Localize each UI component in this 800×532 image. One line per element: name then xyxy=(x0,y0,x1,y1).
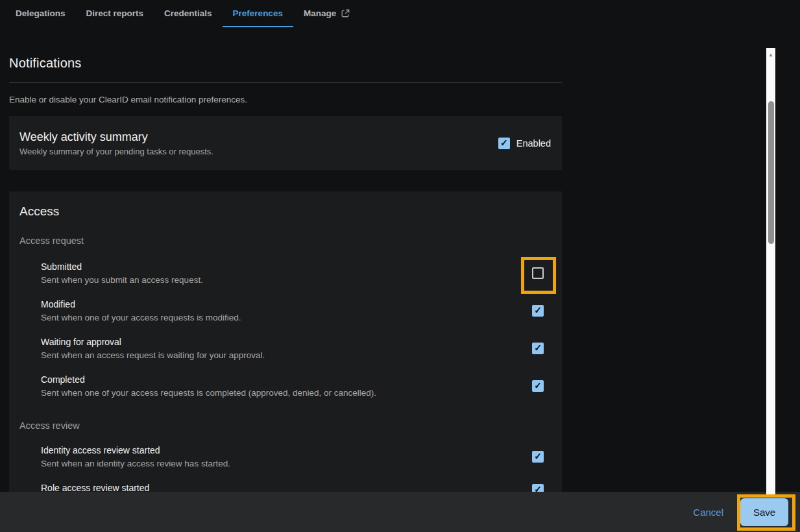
row-modified: Modified Sent when one of your access re… xyxy=(41,299,544,322)
tab-delegations[interactable]: Delegations xyxy=(5,0,76,27)
row-title: Role access review started xyxy=(41,483,149,492)
checkmark-icon: ✓ xyxy=(534,306,542,315)
tab-preferences[interactable]: Preferences xyxy=(223,0,293,27)
external-link-icon xyxy=(341,8,350,18)
scrollbar-thumb[interactable] xyxy=(768,101,774,244)
row-texts: Modified Sent when one of your access re… xyxy=(41,299,241,322)
row-texts: Waiting for approval Sent when an access… xyxy=(41,337,265,360)
weekly-summary-checkbox[interactable]: ✓ xyxy=(498,138,510,149)
triangle-up-icon: ▲ xyxy=(768,52,773,58)
save-button[interactable]: Save xyxy=(740,498,788,526)
checkmark-icon: ✓ xyxy=(534,343,542,352)
tab-label: Credentials xyxy=(164,8,212,18)
scrollbar[interactable]: ▲ xyxy=(766,48,775,494)
checkbox-hover-halo xyxy=(526,261,552,287)
divider xyxy=(9,82,562,83)
row-description: Sent when an access request is waiting f… xyxy=(41,350,265,360)
row-role-access-review-started: Role access review started ✓ xyxy=(41,483,544,492)
row-texts: Role access review started xyxy=(41,483,149,492)
waiting-for-approval-checkbox[interactable]: ✓ xyxy=(532,343,544,354)
tab-label: Delegations xyxy=(16,8,66,18)
footer-bar: Cancel Save xyxy=(0,492,800,532)
weekly-summary-texts: Weekly activity summary Weekly summary o… xyxy=(19,130,498,156)
row-submitted: Submitted Sent when you submit an access… xyxy=(41,261,544,285)
row-waiting-for-approval: Waiting for approval Sent when an access… xyxy=(41,337,544,360)
cancel-button[interactable]: Cancel xyxy=(693,507,723,518)
row-texts: Identity access review started Sent when… xyxy=(41,445,230,468)
tab-label: Manage xyxy=(304,8,336,18)
weekly-summary-description: Weekly summary of your pending tasks or … xyxy=(19,147,498,156)
access-section-title: Access xyxy=(19,204,59,219)
checkmark-icon: ✓ xyxy=(534,381,542,390)
row-texts: Completed Sent when one of your access r… xyxy=(41,374,376,398)
row-description: Sent when an identity access review has … xyxy=(41,459,230,468)
tab-direct-reports[interactable]: Direct reports xyxy=(76,0,154,27)
checkmark-icon: ✓ xyxy=(534,452,542,461)
save-button-wrap: Save xyxy=(736,494,792,530)
weekly-summary-toggle-label: Enabled xyxy=(516,138,551,149)
weekly-summary-card: Weekly activity summary Weekly summary o… xyxy=(9,116,562,170)
access-review-header: Access review xyxy=(19,420,80,431)
row-description: Sent when one of your access requests is… xyxy=(41,313,241,322)
row-identity-access-review-started: Identity access review started Sent when… xyxy=(41,445,544,468)
checkmark-icon: ✓ xyxy=(534,485,542,492)
role-access-review-checkbox[interactable]: ✓ xyxy=(532,484,544,492)
row-completed: Completed Sent when one of your access r… xyxy=(41,374,544,398)
row-title: Identity access review started xyxy=(41,445,230,455)
page-description: Enable or disable your ClearID email not… xyxy=(9,95,247,104)
page-title: Notifications xyxy=(9,56,82,71)
modified-checkbox[interactable]: ✓ xyxy=(532,305,544,317)
row-title: Waiting for approval xyxy=(41,337,265,347)
row-description: Sent when one of your access requests is… xyxy=(41,388,376,398)
tab-manage[interactable]: Manage xyxy=(293,0,361,27)
row-title: Modified xyxy=(41,299,241,309)
weekly-summary-title: Weekly activity summary xyxy=(19,130,498,144)
access-card: Access Access request Submitted Sent whe… xyxy=(9,191,562,492)
scroll-up-button[interactable]: ▲ xyxy=(766,50,775,59)
checkmark-icon: ✓ xyxy=(500,138,508,147)
submitted-checkbox[interactable]: ✓ xyxy=(532,267,544,279)
tab-bar: Delegations Direct reports Credentials P… xyxy=(0,0,800,27)
access-request-header: Access request xyxy=(19,236,84,246)
completed-checkbox[interactable]: ✓ xyxy=(532,380,544,392)
row-texts: Submitted Sent when you submit an access… xyxy=(41,261,203,285)
weekly-summary-toggle-group: ✓ Enabled xyxy=(498,138,551,149)
tab-label: Direct reports xyxy=(86,8,144,18)
tab-credentials[interactable]: Credentials xyxy=(154,0,223,27)
tab-label: Preferences xyxy=(233,8,283,18)
row-title: Submitted xyxy=(41,261,203,272)
identity-access-review-checkbox[interactable]: ✓ xyxy=(532,451,544,463)
row-description: Sent when you submit an access request. xyxy=(41,275,203,285)
row-title: Completed xyxy=(41,374,376,385)
